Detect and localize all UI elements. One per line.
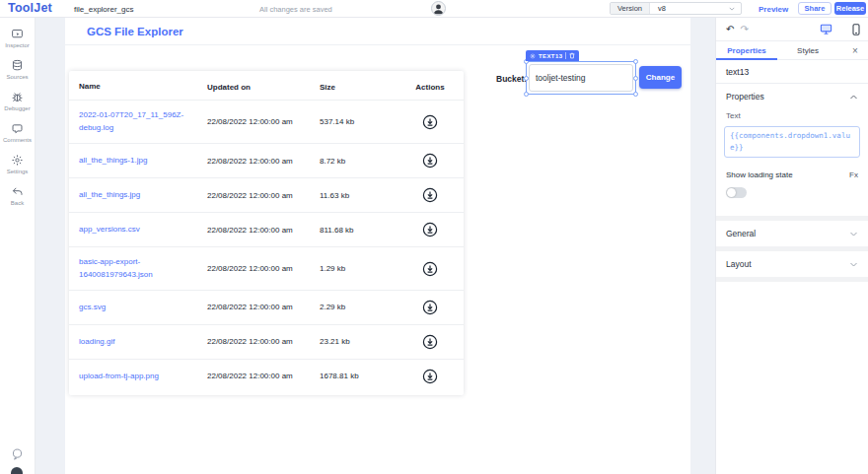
file-name-link[interactable]: all_the_things-1.jpg [69,155,207,167]
file-name-link[interactable]: 2022-01-07T20_17_11_596Z-debug.log [69,109,207,134]
widget-name-field[interactable]: text13 [716,60,868,84]
dark-mode-icon[interactable] [11,467,23,474]
resize-handle[interactable] [633,92,638,97]
file-name-link[interactable]: upload-from-tj-app.png [69,371,207,382]
download-button[interactable] [422,222,438,237]
save-status: All changes are saved [259,5,332,14]
updated-on-cell: 22/08/2022 12:00:00 am [207,337,320,346]
chevron-down-icon [849,261,858,268]
updated-on-cell: 22/08/2022 12:00:00 am [207,157,320,166]
download-icon [422,222,438,237]
file-name-link[interactable]: loading.gif [69,336,207,348]
file-name-link[interactable]: basic-app-export-1640081979643.json [69,256,207,281]
undo-icon[interactable]: ↶ [726,25,734,34]
preview-button[interactable]: Preview [759,5,788,14]
selected-widget-badge: TEXT13 [526,50,579,61]
download-button[interactable] [422,114,438,130]
section-general-header[interactable]: General [716,221,868,246]
divider [565,52,566,59]
release-button[interactable]: Release [834,2,866,15]
database-icon [11,59,24,72]
resize-handle[interactable] [524,76,529,81]
sidebar-item-debugger[interactable]: Debugger [0,91,35,111]
sidebar-item-label: Back [11,200,24,206]
file-table-widget[interactable]: Name Updated on Size Actions 2022-01-07T… [69,71,464,395]
sidebar-item-label: Debugger [4,105,30,111]
sidebar-item-comments[interactable]: Comments [0,122,35,143]
chevron-down-icon [728,6,736,12]
updated-on-cell: 22/08/2022 12:00:00 am [207,264,320,273]
redo-icon[interactable]: ↷ [740,25,748,34]
trash-icon[interactable] [569,52,575,59]
size-cell: 811.68 kb [320,226,397,235]
resize-handle[interactable] [524,92,529,97]
table-row: 2022-01-07T20_17_11_596Z-debug.log 22/08… [69,100,464,143]
app-name[interactable]: file_explorer_gcs [74,5,133,14]
share-button[interactable]: Share [798,2,832,15]
table-row: gcs.svg 22/08/2022 12:00:00 am 2.29 kb [69,290,464,324]
inspector-icon [11,28,24,40]
version-dropdown[interactable]: Version v8 [610,2,742,15]
table-row: loading.gif 22/08/2022 12:00:00 am 23.21… [69,324,464,359]
mobile-icon[interactable] [852,24,860,35]
download-button[interactable] [422,261,438,277]
show-loading-row: Show loading state Fx [716,170,868,179]
table-row: upload-from-tj-app.png 22/08/2022 12:00:… [69,359,464,393]
bug-icon [11,91,24,103]
gear-icon[interactable] [530,53,536,59]
table-header-row: Name Updated on Size Actions [69,73,464,100]
download-icon [422,334,438,350]
file-name-link[interactable]: all_the_things.jpg [69,189,207,201]
widget-badge-label: TEXT13 [539,53,562,59]
resize-handle[interactable] [633,76,638,81]
table-row: all_the_things.jpg 22/08/2022 12:00:00 a… [69,177,464,212]
desktop-icon[interactable] [820,24,832,34]
text-widget-bucket-value[interactable]: tooljet-testing [526,61,636,95]
size-cell: 1.29 kb [320,264,397,273]
resize-handle[interactable] [633,59,638,64]
sidebar-item-sources[interactable]: Sources [0,59,35,80]
file-name-link[interactable]: app_versions.csv [69,224,207,236]
column-header-name[interactable]: Name [69,81,207,93]
bucket-value-text: tooljet-testing [529,64,633,92]
fx-button[interactable]: Fx [849,170,858,179]
section-title: Properties [726,92,764,102]
sidebar-item-inspector[interactable]: Inspector [0,28,35,48]
change-button[interactable]: Change [639,66,682,89]
bucket-label: Bucket: [496,74,527,84]
download-icon [422,300,438,315]
tab-styles[interactable]: Styles [777,41,838,59]
text-property-code-editor[interactable]: {{components.dropdown1.value}} [724,126,860,158]
download-button[interactable] [422,187,438,203]
file-name-link[interactable]: gcs.svg [69,302,207,313]
sidebar-item-label: Settings [7,169,29,174]
download-icon [422,369,438,384]
help-chat-icon [11,447,24,460]
topbar: ToolJet file_explorer_gcs All changes ar… [0,0,868,18]
page-title: GCS File Explorer [87,26,183,37]
section-properties-header[interactable]: Properties [716,84,868,109]
close-icon[interactable]: × [842,41,868,59]
avatar[interactable] [431,1,446,16]
sidebar-item-back[interactable]: Back [0,185,35,206]
size-cell: 537.14 kb [320,117,397,126]
tooljet-logo[interactable]: ToolJet [8,1,52,15]
tooljet-editor: ToolJet file_explorer_gcs All changes ar… [0,0,868,474]
download-button[interactable] [422,334,438,350]
tab-properties[interactable]: Properties [716,41,777,59]
section-layout-header[interactable]: Layout [716,251,868,277]
version-value: v8 [650,4,728,13]
column-header-size[interactable]: Size [320,83,397,92]
chevron-up-icon [849,94,858,101]
sidebar-item-settings[interactable]: Settings [0,154,35,174]
download-button[interactable] [422,369,438,384]
column-header-updated[interactable]: Updated on [207,83,320,92]
table-row: basic-app-export-1640081979643.json 22/0… [69,246,464,290]
download-button[interactable] [422,300,438,315]
size-cell: 1678.81 kb [320,372,397,380]
show-loading-toggle[interactable] [726,187,747,198]
sidebar-item-label: Sources [6,74,28,80]
updated-on-cell: 22/08/2022 12:00:00 am [207,117,320,126]
help-chat-button[interactable] [0,447,35,460]
download-button[interactable] [422,153,438,169]
